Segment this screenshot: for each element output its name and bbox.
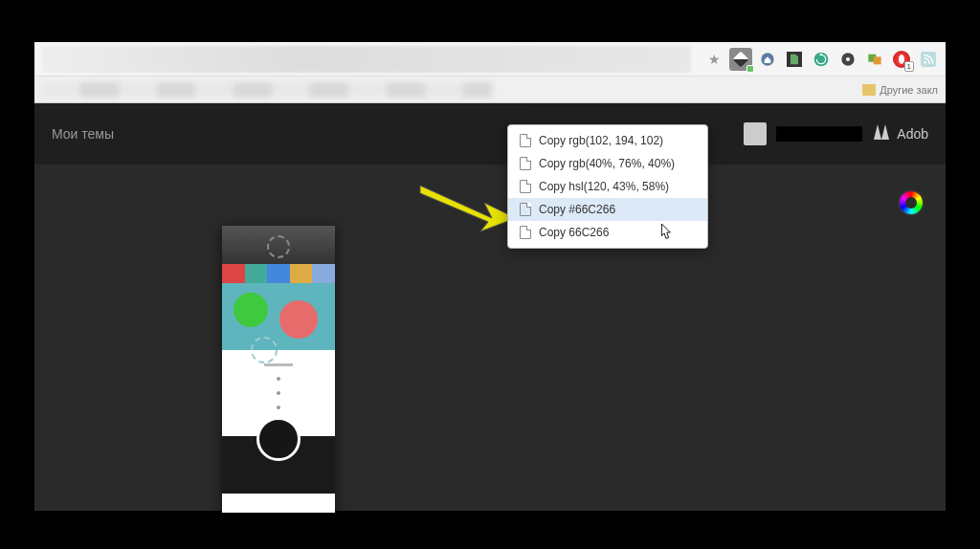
bookmarks-bar: Другие закл	[34, 77, 946, 103]
svg-rect-6	[874, 56, 881, 64]
disc-extension-icon[interactable]	[836, 48, 859, 71]
theme-thumbnail[interactable]	[222, 226, 335, 513]
menu-item-label: Copy hsl(120, 43%, 58%)	[539, 180, 669, 193]
app-header: Мои темы Adob	[34, 103, 946, 165]
home-extension-icon[interactable]	[756, 48, 779, 71]
thumb-section-dark	[222, 226, 335, 264]
eyedropper-extension-icon[interactable]	[729, 48, 752, 71]
adobe-brand[interactable]: Adob	[872, 124, 928, 143]
other-bookmarks-label: Другие закл	[880, 84, 938, 96]
username-redacted	[776, 126, 862, 142]
cursor-pointer-icon	[657, 222, 674, 243]
translate-extension-icon[interactable]	[863, 48, 886, 71]
folder-icon	[862, 84, 876, 96]
bookmark-star-icon[interactable]: ★	[702, 48, 725, 71]
page-title: Мои темы	[52, 126, 114, 142]
thumb-section-footer	[222, 436, 335, 494]
avatar[interactable]	[744, 122, 767, 145]
other-bookmarks-button[interactable]: Другие закл	[862, 84, 938, 96]
evernote-extension-icon[interactable]	[783, 48, 806, 71]
copy-icon	[520, 203, 531, 216]
menu-item-label: Copy 66C266	[539, 226, 609, 239]
thumb-section-strip	[222, 264, 335, 283]
app-content-area: Мои темы Adob	[34, 103, 946, 511]
address-bar-blurred	[42, 46, 691, 73]
copy-icon	[520, 226, 531, 239]
menu-item-label: Copy rgb(102, 194, 102)	[539, 134, 663, 147]
color-badge	[746, 65, 754, 73]
bookmarks-blurred	[42, 82, 492, 98]
menu-item-copy-rgb-pct[interactable]: Copy rgb(40%, 76%, 40%)	[508, 152, 707, 175]
refresh-extension-icon[interactable]	[810, 48, 833, 71]
menu-item-label: Copy #66C266	[539, 203, 615, 216]
opera-badge-count: 1	[904, 61, 914, 72]
adobe-logo-icon	[872, 124, 891, 143]
menu-item-label: Copy rgb(40%, 76%, 40%)	[539, 157, 675, 170]
menu-item-copy-hex[interactable]: Copy #66C266	[508, 198, 707, 221]
browser-toolbar: ★ 1	[34, 42, 946, 77]
rss-extension-icon[interactable]	[917, 48, 940, 71]
menu-item-copy-rgb[interactable]: Copy rgb(102, 194, 102)	[508, 129, 707, 152]
color-copy-context-menu: Copy rgb(102, 194, 102) Copy rgb(40%, 76…	[507, 124, 708, 249]
thumb-section-teal	[222, 283, 335, 350]
adobe-brand-text: Adob	[897, 126, 928, 142]
copy-icon	[520, 134, 531, 147]
color-wheel-button[interactable]	[898, 189, 924, 216]
svg-point-8	[924, 61, 926, 64]
menu-item-copy-hex-nohash[interactable]: Copy 66C266	[508, 221, 707, 244]
svg-point-4	[846, 57, 850, 61]
menu-item-copy-hsl[interactable]: Copy hsl(120, 43%, 58%)	[508, 175, 707, 198]
copy-icon	[520, 157, 531, 170]
annotation-arrow	[415, 176, 521, 233]
copy-icon	[520, 180, 531, 193]
opera-extension-icon[interactable]: 1	[890, 48, 913, 71]
